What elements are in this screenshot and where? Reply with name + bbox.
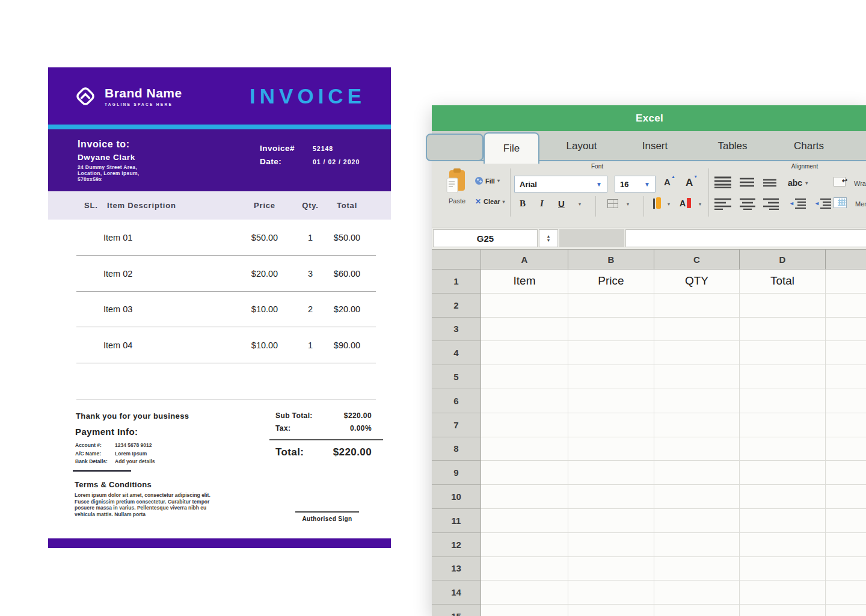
- cell-A2[interactable]: [481, 294, 568, 318]
- row-header-8[interactable]: 8: [432, 437, 481, 461]
- cell-A9[interactable]: [481, 461, 568, 485]
- clear-button[interactable]: ✕ Clear ▾: [475, 197, 505, 206]
- align-center-icon[interactable]: [740, 198, 755, 210]
- select-all-corner[interactable]: [432, 250, 481, 270]
- row-header-13[interactable]: 13: [432, 557, 481, 581]
- row-header-3[interactable]: 3: [432, 318, 481, 342]
- cell-E10[interactable]: [826, 485, 866, 509]
- cell-D2[interactable]: [740, 294, 826, 318]
- cell-E11[interactable]: [826, 509, 866, 533]
- cell-E2[interactable]: [826, 294, 866, 318]
- cell-B12[interactable]: [568, 533, 654, 557]
- merge-cells-label[interactable]: Merge: [855, 200, 866, 208]
- row-header-7[interactable]: 7: [432, 413, 481, 437]
- align-middle-icon[interactable]: [740, 177, 754, 188]
- cell-A12[interactable]: [481, 533, 568, 557]
- tab-tables[interactable]: Tables: [696, 131, 769, 161]
- cell-A13[interactable]: [481, 557, 568, 581]
- cell-B3[interactable]: [568, 318, 654, 342]
- row-header-14[interactable]: 14: [432, 581, 481, 605]
- cell-E8[interactable]: [826, 437, 866, 461]
- cell-D13[interactable]: [740, 557, 826, 581]
- row-header-15[interactable]: 15: [432, 605, 481, 616]
- cell-E4[interactable]: [826, 341, 866, 365]
- cell-name-box[interactable]: G25: [433, 229, 538, 247]
- column-header-A[interactable]: A: [481, 250, 568, 270]
- cell-C3[interactable]: [654, 318, 740, 342]
- cell-B11[interactable]: [568, 509, 654, 533]
- cell-D4[interactable]: [740, 341, 826, 365]
- cell-B2[interactable]: [568, 294, 654, 318]
- chevron-down-icon[interactable]: ▾: [579, 202, 581, 207]
- cell-D5[interactable]: [740, 365, 826, 389]
- cell-C7[interactable]: [654, 413, 740, 437]
- tab-file[interactable]: File: [484, 132, 539, 164]
- row-header-6[interactable]: 6: [432, 389, 481, 413]
- cell-A15[interactable]: [481, 605, 568, 616]
- orientation-button[interactable]: abc ▾: [788, 178, 808, 188]
- align-right-icon[interactable]: [763, 198, 779, 210]
- row-header-2[interactable]: 2: [432, 294, 481, 318]
- shrink-font-button[interactable]: A▼: [686, 177, 693, 189]
- cell-B10[interactable]: [568, 485, 654, 509]
- paste-button[interactable]: Paste: [441, 168, 473, 205]
- cell-D9[interactable]: [740, 461, 826, 485]
- cell-A6[interactable]: [481, 389, 568, 413]
- column-header-C[interactable]: C: [654, 250, 740, 270]
- cell-C5[interactable]: [654, 365, 740, 389]
- chevron-down-icon[interactable]: ▾: [699, 202, 701, 207]
- cell-A11[interactable]: [481, 509, 568, 533]
- cell-C15[interactable]: [654, 605, 740, 616]
- cell-A4[interactable]: [481, 341, 568, 365]
- cell-D1[interactable]: Total: [740, 270, 826, 294]
- cell-E9[interactable]: [826, 461, 866, 485]
- merge-cells-icon[interactable]: [834, 197, 847, 208]
- cell-D10[interactable]: [740, 485, 826, 509]
- wrap-text-label[interactable]: Wrap: [854, 180, 866, 187]
- column-header-E[interactable]: E: [826, 250, 866, 270]
- chevron-down-icon[interactable]: ▾: [668, 202, 670, 207]
- cell-C12[interactable]: [654, 533, 740, 557]
- cell-D6[interactable]: [740, 389, 826, 413]
- cell-D15[interactable]: [740, 605, 826, 616]
- cell-A5[interactable]: [481, 365, 568, 389]
- tab-layout[interactable]: Layout: [545, 131, 618, 161]
- font-size-select[interactable]: 16 ▼: [615, 176, 656, 192]
- cell-B14[interactable]: [568, 581, 654, 605]
- cell-B13[interactable]: [568, 557, 654, 581]
- cell-E12[interactable]: [826, 533, 866, 557]
- wrap-text-icon[interactable]: [834, 177, 846, 186]
- cell-B5[interactable]: [568, 365, 654, 389]
- cell-D11[interactable]: [740, 509, 826, 533]
- align-left-icon[interactable]: [714, 198, 731, 210]
- cell-E5[interactable]: [826, 365, 866, 389]
- cell-B6[interactable]: [568, 389, 654, 413]
- cell-D7[interactable]: [740, 413, 826, 437]
- font-name-select[interactable]: Arial ▼: [514, 176, 607, 192]
- row-header-4[interactable]: 4: [432, 341, 481, 365]
- tab-charts[interactable]: Charts: [773, 131, 845, 161]
- cell-D8[interactable]: [740, 437, 826, 461]
- cell-C14[interactable]: [654, 581, 740, 605]
- cell-A14[interactable]: [481, 581, 568, 605]
- cell-B9[interactable]: [568, 461, 654, 485]
- cell-C1[interactable]: QTY: [654, 270, 740, 294]
- cell-C13[interactable]: [654, 557, 740, 581]
- cell-E15[interactable]: [826, 605, 866, 616]
- cell-C2[interactable]: [654, 294, 740, 318]
- cell-C6[interactable]: [654, 389, 740, 413]
- fill-color-button[interactable]: [653, 197, 661, 209]
- align-top-icon[interactable]: [714, 176, 731, 188]
- cell-B7[interactable]: [568, 413, 654, 437]
- italic-button[interactable]: I: [540, 199, 544, 209]
- row-header-5[interactable]: 5: [432, 365, 481, 389]
- cell-C10[interactable]: [654, 485, 740, 509]
- indent-decrease-button[interactable]: ◄: [789, 198, 806, 209]
- row-header-1[interactable]: 1: [432, 270, 481, 294]
- cell-E14[interactable]: [826, 581, 866, 605]
- fill-button[interactable]: Fill ▾: [475, 177, 500, 185]
- formula-input[interactable]: [625, 229, 866, 247]
- cell-E6[interactable]: [826, 389, 866, 413]
- row-header-11[interactable]: 11: [432, 509, 481, 533]
- cell-D3[interactable]: [740, 318, 826, 342]
